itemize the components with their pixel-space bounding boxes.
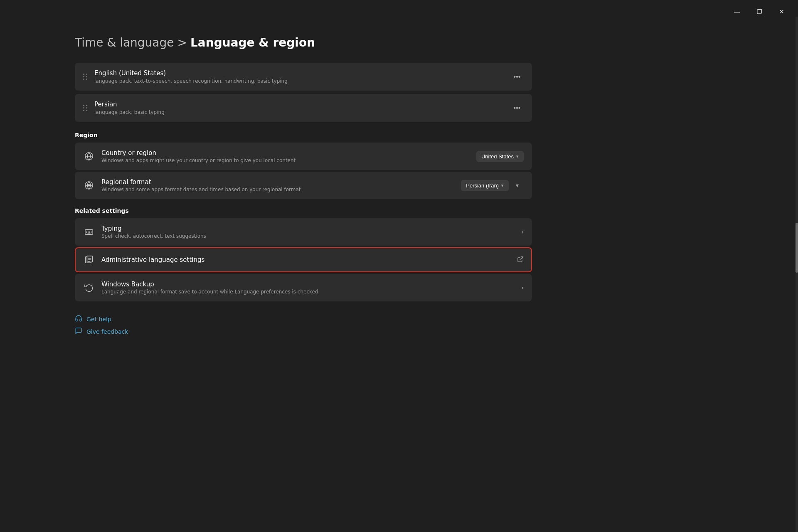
- country-region-desc: Windows and apps might use your country …: [101, 158, 470, 163]
- regional-format-expand-btn[interactable]: ▾: [510, 179, 524, 192]
- language-desc-persian: language pack, basic typing: [94, 109, 504, 115]
- dropdown-chevron-icon: ▾: [516, 154, 519, 159]
- regional-format-row[interactable]: Regional format Windows and some apps fo…: [75, 172, 532, 199]
- related-settings-label: Related settings: [75, 207, 532, 214]
- admin-language-title: Administrative language settings: [101, 256, 510, 264]
- typing-desc: Spell check, autocorrect, text suggestio…: [101, 233, 515, 239]
- language-item-persian[interactable]: Persian language pack, basic typing •••: [75, 94, 532, 122]
- country-dropdown[interactable]: United States ▾: [476, 151, 524, 162]
- windows-backup-row[interactable]: Windows Backup Language and regional for…: [75, 274, 532, 301]
- regional-format-icon: [83, 180, 95, 191]
- typing-info: Typing Spell check, autocorrect, text su…: [101, 225, 515, 239]
- maximize-button[interactable]: ❐: [750, 5, 769, 18]
- country-value: United States: [481, 153, 514, 160]
- regional-format-value: Persian (Iran): [466, 182, 499, 189]
- region-section-label: Region: [75, 132, 532, 138]
- language-list: English (United States) language pack, t…: [75, 63, 532, 123]
- language-desc-english: language pack, text-to-speech, speech re…: [94, 78, 504, 84]
- close-button[interactable]: ✕: [772, 5, 791, 18]
- footer-links: Get help Give feedback: [75, 315, 532, 336]
- external-link-icon: [517, 256, 524, 264]
- breadcrumb-parent[interactable]: Time & language: [75, 36, 174, 49]
- admin-language-icon: [83, 254, 95, 266]
- regional-format-desc: Windows and some apps format dates and t…: [101, 187, 454, 192]
- regional-format-control: Persian (Iran) ▾ ▾: [461, 179, 524, 192]
- scrollbar[interactable]: [796, 23, 798, 532]
- main-content: Time & language > Language & region Engl…: [75, 23, 532, 532]
- format-dropdown-chevron: ▾: [501, 183, 504, 188]
- title-bar: — ❐ ✕: [0, 0, 798, 23]
- language-item-english[interactable]: English (United States) language pack, t…: [75, 63, 532, 91]
- backup-info: Windows Backup Language and regional for…: [101, 281, 515, 295]
- get-help-text: Get help: [86, 316, 111, 323]
- give-feedback-text: Give feedback: [86, 328, 128, 335]
- language-name-english: English (United States): [94, 69, 504, 77]
- globe-icon: [83, 150, 95, 162]
- country-region-row[interactable]: Country or region Windows and apps might…: [75, 143, 532, 170]
- language-info-persian: Persian language pack, basic typing: [94, 101, 504, 115]
- feedback-icon: [75, 327, 82, 336]
- admin-language-row[interactable]: Administrative language settings: [75, 247, 532, 272]
- more-button-persian[interactable]: •••: [510, 101, 524, 115]
- drag-handle[interactable]: [83, 74, 88, 80]
- backup-title: Windows Backup: [101, 281, 515, 288]
- typing-row[interactable]: Typing Spell check, autocorrect, text su…: [75, 218, 532, 246]
- breadcrumb: Time & language > Language & region: [75, 36, 532, 49]
- language-name-persian: Persian: [94, 101, 504, 108]
- regional-format-info: Regional format Windows and some apps fo…: [101, 178, 454, 192]
- typing-title: Typing: [101, 225, 515, 232]
- svg-point-4: [88, 184, 90, 187]
- more-button-english[interactable]: •••: [510, 70, 524, 84]
- country-region-title: Country or region: [101, 149, 470, 157]
- country-region-info: Country or region Windows and apps might…: [101, 149, 470, 163]
- get-help-link[interactable]: Get help: [75, 315, 532, 324]
- regional-format-dropdown[interactable]: Persian (Iran) ▾: [461, 180, 509, 191]
- backup-chevron-icon: ›: [521, 284, 524, 291]
- settings-window: — ❐ ✕ Time & language > Language & regio…: [0, 0, 798, 532]
- breadcrumb-separator: >: [177, 36, 187, 49]
- drag-handle-persian[interactable]: [83, 105, 88, 111]
- minimize-button[interactable]: —: [727, 5, 746, 18]
- backup-icon: [83, 282, 95, 293]
- headset-icon: [75, 315, 82, 324]
- expand-chevron-icon: ▾: [516, 182, 519, 189]
- scrollbar-thumb[interactable]: [796, 223, 798, 273]
- give-feedback-link[interactable]: Give feedback: [75, 327, 532, 336]
- breadcrumb-current: Language & region: [190, 36, 315, 49]
- content-area: Time & language > Language & region Engl…: [0, 23, 798, 532]
- keyboard-icon: [83, 226, 95, 238]
- language-info-english: English (United States) language pack, t…: [94, 69, 504, 84]
- regional-format-title: Regional format: [101, 178, 454, 186]
- svg-line-21: [520, 257, 523, 260]
- country-region-control: United States ▾: [476, 151, 524, 162]
- backup-desc: Language and regional format save to acc…: [101, 289, 515, 295]
- admin-language-info: Administrative language settings: [101, 256, 510, 264]
- typing-chevron-icon: ›: [521, 229, 524, 235]
